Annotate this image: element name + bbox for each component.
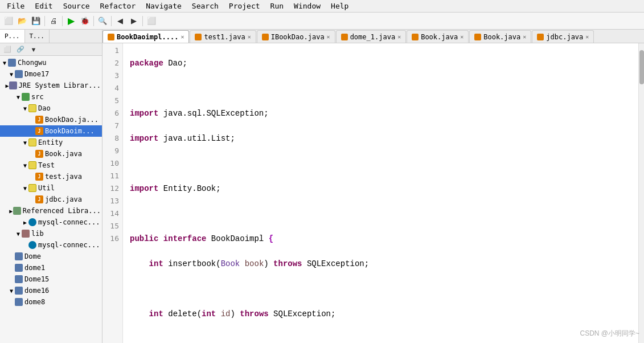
menu-refactor[interactable]: Refactor xyxy=(96,1,141,11)
menu-help[interactable]: Help xyxy=(326,1,353,11)
code-content[interactable]: package Dao; import java.sql.SQLExceptio… xyxy=(123,43,638,343)
package-icon xyxy=(28,184,36,192)
tree-item-chongwu[interactable]: ▼ Chongwu xyxy=(0,57,102,68)
left-tab-type[interactable]: T... xyxy=(25,30,50,43)
tab-label: Book.java xyxy=(483,33,520,41)
panel-menu-btn[interactable]: ▼ xyxy=(27,43,40,56)
tree-label: Dome xyxy=(24,252,41,260)
tree-item-jdbc-java[interactable]: J jdbc.java xyxy=(0,194,102,205)
menu-edit[interactable]: Edit xyxy=(30,1,57,11)
tab-close[interactable]: ✕ xyxy=(523,34,526,40)
debug-btn[interactable]: 🐞 xyxy=(79,15,91,27)
tree-item-test-java[interactable]: J test.java xyxy=(0,171,102,182)
run-btn[interactable]: ▶ xyxy=(65,15,77,27)
sep2 xyxy=(62,16,63,26)
code-text xyxy=(130,308,149,320)
java-file-icon: J xyxy=(35,195,43,203)
menu-search[interactable]: Search xyxy=(187,1,223,11)
new-btn[interactable]: ⬜ xyxy=(2,15,15,27)
link-editor-btn[interactable]: 🔗 xyxy=(14,43,27,56)
menu-project[interactable]: Project xyxy=(224,1,265,11)
tree-item-src[interactable]: ▼ src xyxy=(0,91,102,103)
tree-item-dome8[interactable]: dome8 xyxy=(0,296,102,308)
keyword: throws xyxy=(273,258,302,270)
tab-label: dome_1.java xyxy=(350,33,395,41)
tree-item-lib[interactable]: ▼ lib xyxy=(0,228,102,239)
param-name: id xyxy=(221,308,231,320)
tab-book2[interactable]: Book.java ✕ xyxy=(469,30,531,43)
editor-content: 1 2 3 4 5 6 7 8 9 10 11 12 13 14 15 16 p… xyxy=(102,43,644,343)
back-btn[interactable]: ◀ xyxy=(114,15,126,27)
left-tab-t-label: T... xyxy=(30,32,45,40)
menu-run[interactable]: Run xyxy=(266,1,288,11)
open-btn[interactable]: 📂 xyxy=(16,15,28,27)
editor-area: BookDaoimpl.... ✕ test1.java ✕ IBookDao.… xyxy=(102,30,644,343)
save-btn[interactable]: 💾 xyxy=(30,15,42,27)
dome-icon xyxy=(15,275,23,283)
menu-navigate[interactable]: Navigate xyxy=(141,1,186,11)
tree-item-book-java[interactable]: J Book.java xyxy=(0,148,102,160)
code-text xyxy=(130,258,149,270)
menu-file[interactable]: File xyxy=(2,1,29,11)
code-text: java.sql.SQLException; xyxy=(158,107,268,120)
tab-close[interactable]: ✕ xyxy=(585,34,589,40)
code-text xyxy=(216,308,220,320)
tree-item-dome16[interactable]: ▼ dome16 xyxy=(0,285,102,296)
tree-label: mysql-connec... xyxy=(38,218,100,226)
java-file-icon: J xyxy=(35,173,43,181)
tree-item-dao[interactable]: ▼ Dao xyxy=(0,103,102,114)
arrow: ▼ xyxy=(22,105,28,112)
tree-item-dome15[interactable]: Dome15 xyxy=(0,273,102,285)
tab-jdbc[interactable]: jdbc.java ✕ xyxy=(532,30,594,43)
print-btn[interactable]: 🖨 xyxy=(47,15,60,27)
tree-item-mysql2[interactable]: mysql-connec... xyxy=(0,239,102,251)
menu-window[interactable]: Window xyxy=(289,1,325,11)
keyword: import xyxy=(130,182,158,195)
code-text xyxy=(158,232,163,245)
tree-item-reflib[interactable]: ▶ Referenced Libra... xyxy=(0,205,102,217)
collapse-all-btn[interactable]: ⬜ xyxy=(1,43,14,56)
tree-item-dmoe17[interactable]: ▼ Dmoe17 xyxy=(0,68,102,80)
java-file-icon: J xyxy=(35,150,43,158)
line-numbers: 1 2 3 4 5 6 7 8 9 10 11 12 13 14 15 16 xyxy=(102,43,123,343)
tree-label: Chongwu xyxy=(18,59,47,67)
tab-dome1[interactable]: dome_1.java ✕ xyxy=(336,30,407,43)
tree-item-test-pkg[interactable]: ▼ Test xyxy=(0,160,102,171)
code-line-11: int delete(int id) throws SQLException; xyxy=(130,308,638,320)
code-text: Entity.Book; xyxy=(158,182,220,195)
tab-test1[interactable]: test1.java ✕ xyxy=(190,30,256,43)
search-btn[interactable]: 🔍 xyxy=(96,15,109,27)
forward-btn[interactable]: ▶ xyxy=(128,15,140,27)
tab-bookdaoimpl[interactable]: BookDaoimpl.... ✕ xyxy=(102,30,189,43)
tree-area[interactable]: ▼ Chongwu ▼ Dmoe17 ▶ JRE System Librar..… xyxy=(0,56,102,343)
left-tab-package[interactable]: P... xyxy=(0,30,25,43)
keyword: throws xyxy=(240,308,268,320)
java-tab-icon xyxy=(108,34,114,40)
tree-item-jre[interactable]: ▶ JRE System Librar... xyxy=(0,80,102,91)
tree-item-dome1[interactable]: dome1 xyxy=(0,262,102,273)
tree-label: Dome15 xyxy=(24,275,49,283)
tab-close[interactable]: ✕ xyxy=(248,34,251,40)
tree-item-entity[interactable]: ▼ Entity xyxy=(0,137,102,148)
tree-item-bookdao[interactable]: J BookDao.ja... xyxy=(0,114,102,125)
tab-close[interactable]: ✕ xyxy=(397,34,401,40)
tab-close[interactable]: ✕ xyxy=(181,34,184,40)
tree-item-bookdaoimpl[interactable]: J BookDaoim... xyxy=(0,125,102,137)
tab-ibookdao[interactable]: IBookDao.java ✕ xyxy=(257,30,335,43)
scrollbar-thumb[interactable] xyxy=(639,50,644,84)
java-tab-icon xyxy=(537,34,544,40)
tree-item-util-pkg[interactable]: ▼ Util xyxy=(0,182,102,194)
tab-book1[interactable]: Book.java ✕ xyxy=(407,30,469,43)
arrow: ▼ xyxy=(22,140,28,146)
tree-item-dome[interactable]: Dome xyxy=(0,251,102,262)
maximize-btn[interactable]: ⬜ xyxy=(145,15,158,27)
dome-icon xyxy=(15,252,23,260)
tree-item-mysql1[interactable]: ▶ mysql-connec... xyxy=(0,217,102,228)
left-tab-p-label: P... xyxy=(5,32,20,40)
package-icon xyxy=(28,161,36,169)
vertical-scrollbar[interactable] xyxy=(638,43,644,343)
tab-close[interactable]: ✕ xyxy=(327,34,330,40)
watermark: CSDN @小明同学~ xyxy=(580,329,639,338)
tab-close[interactable]: ✕ xyxy=(460,34,463,40)
menu-source[interactable]: Source xyxy=(59,1,95,11)
